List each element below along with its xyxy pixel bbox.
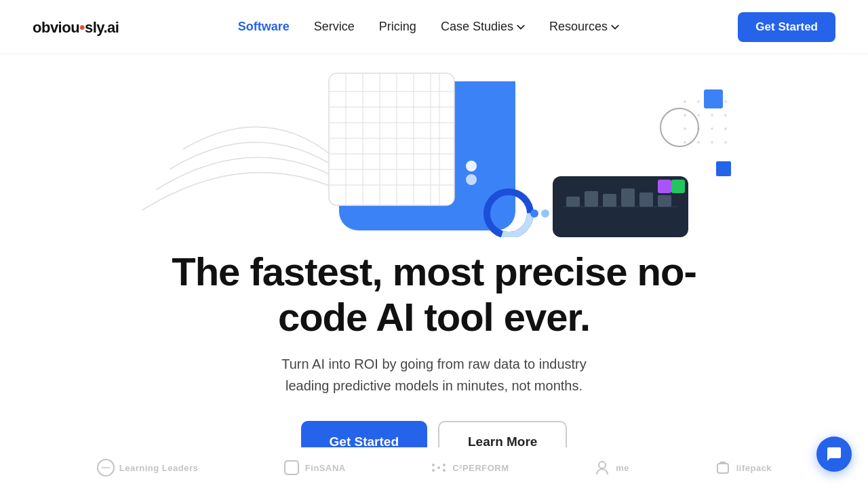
- svg-rect-28: [621, 188, 635, 207]
- hero-section: The fastest, most precise no-code AI too…: [0, 54, 868, 463]
- logo-icon: [96, 458, 115, 477]
- svg-rect-54: [285, 461, 298, 474]
- svg-point-57: [443, 464, 446, 466]
- chevron-down-icon: [517, 23, 525, 31]
- svg-point-33: [684, 100, 686, 103]
- svg-rect-31: [671, 180, 685, 193]
- logo-learning-leaders: Learning Leaders: [96, 458, 198, 477]
- nav-dropdown-resources[interactable]: Resources: [549, 20, 619, 34]
- svg-point-40: [724, 114, 727, 117]
- svg-point-55: [437, 466, 440, 469]
- svg-point-38: [697, 114, 700, 117]
- hero-illustration: [129, 61, 739, 237]
- chevron-down-icon: [611, 23, 619, 31]
- svg-point-50: [660, 108, 698, 146]
- svg-point-34: [697, 100, 700, 103]
- svg-point-60: [599, 462, 606, 468]
- svg-point-37: [684, 114, 686, 117]
- nav-get-started-button[interactable]: Get Started: [738, 12, 835, 42]
- svg-rect-61: [717, 464, 728, 473]
- svg-point-45: [684, 141, 686, 144]
- nav-dropdown-case-studies[interactable]: Case Studies: [441, 20, 525, 34]
- svg-rect-51: [716, 161, 731, 176]
- svg-rect-32: [658, 180, 671, 193]
- hero-text: The fastest, most precise no-code AI too…: [170, 249, 698, 396]
- logo-icon: [282, 458, 301, 477]
- svg-point-17: [466, 161, 477, 171]
- svg-point-47: [711, 141, 713, 144]
- logo-icon: [593, 458, 612, 477]
- logos-strip: Learning Leaders FinSANA C²PERFORM me li…: [0, 447, 868, 488]
- logo[interactable]: obviou•sly.ai: [33, 18, 119, 37]
- logo-icon: [713, 458, 732, 477]
- svg-point-44: [724, 127, 727, 130]
- svg-point-59: [443, 469, 446, 472]
- nav-link-pricing[interactable]: Pricing: [379, 20, 416, 34]
- svg-rect-26: [585, 191, 598, 207]
- logo-lifepack: lifepack: [713, 458, 772, 477]
- chat-icon: [826, 446, 842, 462]
- svg-rect-1: [329, 73, 454, 205]
- logo-icon: [429, 458, 448, 477]
- svg-rect-27: [603, 194, 616, 207]
- svg-point-48: [724, 141, 727, 144]
- svg-rect-49: [704, 89, 723, 108]
- svg-point-22: [541, 209, 549, 218]
- logo-c2perform: C²PERFORM: [429, 458, 509, 477]
- svg-point-41: [684, 127, 686, 130]
- nav-link-service[interactable]: Service: [314, 20, 355, 34]
- chat-bubble-button[interactable]: [816, 436, 852, 472]
- hero-title: The fastest, most precise no-code AI too…: [170, 249, 698, 340]
- logo-me: me: [593, 458, 629, 477]
- logo-finsana: FinSANA: [282, 458, 346, 477]
- navbar: obviou•sly.ai Software Service Pricing C…: [0, 0, 868, 54]
- svg-point-18: [466, 174, 477, 185]
- svg-point-21: [530, 209, 538, 218]
- svg-point-56: [432, 464, 435, 466]
- svg-rect-16: [460, 81, 515, 190]
- nav-link-software[interactable]: Software: [238, 20, 290, 34]
- svg-point-58: [432, 469, 435, 472]
- svg-rect-30: [658, 195, 671, 207]
- svg-point-36: [724, 100, 727, 103]
- hero-subtitle: Turn AI into ROI by going from raw data …: [170, 353, 698, 396]
- svg-point-43: [711, 127, 713, 130]
- svg-point-46: [697, 141, 700, 144]
- svg-rect-29: [639, 192, 653, 207]
- svg-point-39: [711, 114, 713, 117]
- svg-rect-25: [566, 197, 580, 207]
